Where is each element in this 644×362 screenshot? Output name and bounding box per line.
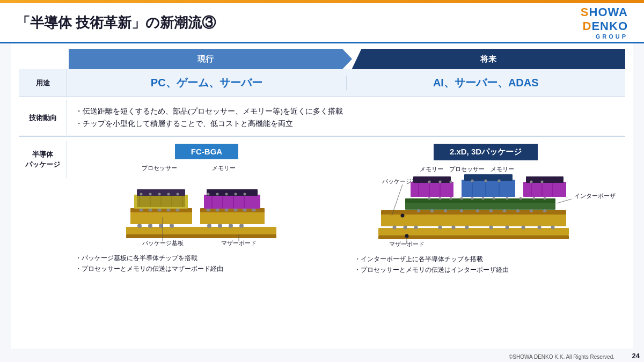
tech-line2: ・チップを小型化して積層することで、低コストと高機能を両立 xyxy=(75,118,617,130)
svg-rect-10 xyxy=(130,211,192,224)
svg-point-5 xyxy=(170,224,174,228)
tech-label: 技術動向 xyxy=(19,100,67,135)
svg-point-113 xyxy=(450,180,452,183)
svg-rect-101 xyxy=(462,180,515,197)
logo-d-accent: D xyxy=(583,19,592,33)
svg-point-8 xyxy=(229,224,233,228)
fcbga-title: FC-BGA xyxy=(175,144,238,159)
svg-rect-106 xyxy=(523,182,566,197)
main-content: 現行 将来 用途 PC、ゲーム、サーバー AI、サーバー、ADAS 技術動向 ・… xyxy=(11,43,633,349)
svg-point-9 xyxy=(239,224,244,228)
xd-title: 2.xD, 3Dパッケージ xyxy=(434,144,538,160)
xd-desc: ・インターポーザ上に各半導体チップを搭載 ・プロセッサーとメモリの伝送はインター… xyxy=(352,254,620,276)
svg-point-112 xyxy=(439,180,442,183)
page-title: 「半導体 技術革新」の新潮流③ xyxy=(16,13,216,32)
svg-point-75 xyxy=(417,209,420,212)
tech-content: ・伝送距離を短くするため、部品(プロセッサー、メモリー等)を近くに多く搭載 ・チ… xyxy=(67,100,625,136)
svg-point-82 xyxy=(516,209,519,212)
svg-point-65 xyxy=(438,225,442,229)
svg-rect-96 xyxy=(411,182,453,197)
svg-point-63 xyxy=(404,225,407,229)
svg-point-70 xyxy=(522,225,525,229)
svg-rect-33 xyxy=(204,195,260,209)
svg-rect-25 xyxy=(200,211,265,224)
logo-denko: DENKO xyxy=(583,19,628,33)
xd-desc-line2: ・プロセッサーとメモリの伝送はインターポーザ経由 xyxy=(354,264,617,275)
usage-label: 用途 xyxy=(19,69,67,97)
xd-desc-line1: ・インターポーザ上に各半導体チップを搭載 xyxy=(354,254,617,264)
svg-point-42 xyxy=(167,193,170,195)
svg-point-89 xyxy=(471,197,474,200)
svg-point-81 xyxy=(503,209,506,212)
svg-point-90 xyxy=(482,197,485,200)
fcbga-label-memory: メモリー xyxy=(212,165,236,171)
svg-point-39 xyxy=(140,193,143,195)
svg-rect-0 xyxy=(126,227,276,234)
svg-point-2 xyxy=(137,224,142,228)
page-number: 24 xyxy=(632,352,640,360)
svg-point-46 xyxy=(225,193,228,195)
arrow-empty-label xyxy=(19,49,67,69)
svg-point-40 xyxy=(149,193,152,195)
svg-point-80 xyxy=(489,209,493,212)
svg-point-116 xyxy=(498,179,501,182)
svg-point-3 xyxy=(148,224,152,228)
svg-point-85 xyxy=(428,197,431,200)
svg-point-91 xyxy=(493,197,495,200)
svg-point-68 xyxy=(489,225,493,229)
svg-text:パッケージ基板: パッケージ基板 xyxy=(142,240,184,246)
svg-rect-38 xyxy=(207,189,258,196)
svg-point-123 xyxy=(405,234,409,238)
footer-copyright: ©SHOWA DENKO K.K. All Rights Reserved. xyxy=(509,354,614,360)
svg-point-66 xyxy=(452,225,456,229)
arrow-future: 将来 xyxy=(352,49,626,69)
svg-point-6 xyxy=(207,224,211,228)
package-row: 半導体パッケージ FC-BGA プロセッサー メモリー xyxy=(19,141,625,278)
svg-point-111 xyxy=(428,180,431,183)
svg-point-93 xyxy=(519,197,522,200)
svg-rect-1 xyxy=(126,234,276,238)
logo: SHOWA DENKO GROUP xyxy=(581,5,628,40)
usage-future: AI、サーバー、ADAS xyxy=(347,76,626,90)
svg-point-122 xyxy=(401,213,405,217)
svg-point-76 xyxy=(430,209,434,212)
fcbga-desc-line2: ・プロセッサーとメモリの伝送はマザーボード経由 xyxy=(75,263,338,274)
svg-point-88 xyxy=(460,197,463,200)
fcbga-label-processor: プロセッサー xyxy=(142,165,177,171)
svg-point-95 xyxy=(544,197,546,200)
svg-point-117 xyxy=(530,180,533,183)
svg-point-43 xyxy=(177,193,179,195)
svg-point-79 xyxy=(476,209,479,212)
arrow-header: 現行 将来 xyxy=(19,49,625,69)
usage-current: PC、ゲーム、サーバー xyxy=(67,76,347,90)
svg-point-92 xyxy=(506,197,509,200)
svg-point-71 xyxy=(538,225,541,229)
tech-row: 技術動向 ・伝送距離を短くするため、部品(プロセッサー、メモリー等)を近くに多く… xyxy=(19,100,625,137)
package-content: FC-BGA プロセッサー メモリー xyxy=(67,141,625,278)
svg-line-120 xyxy=(557,199,572,203)
svg-point-87 xyxy=(450,197,452,200)
svg-point-94 xyxy=(533,197,536,200)
svg-point-72 xyxy=(551,225,555,229)
logo-s-accent: S xyxy=(581,5,589,19)
svg-point-83 xyxy=(530,209,533,212)
svg-point-7 xyxy=(218,224,222,228)
fcbga-desc: ・パッケージ基板に各半導体チップを搭載 ・プロセッサーとメモリの伝送はマザーボー… xyxy=(72,253,341,275)
fcbga-desc-line1: ・パッケージ基板に各半導体チップを搭載 xyxy=(75,253,338,263)
svg-point-84 xyxy=(543,209,546,212)
svg-point-118 xyxy=(541,180,544,183)
svg-point-41 xyxy=(158,193,161,195)
logo-showa: SHOWA xyxy=(581,5,628,19)
svg-point-44 xyxy=(207,193,210,195)
svg-point-67 xyxy=(465,225,469,229)
svg-point-115 xyxy=(485,179,487,182)
svg-rect-61 xyxy=(381,210,566,215)
fcbga-diagram-container: プロセッサー メモリー xyxy=(72,164,341,248)
xd-diagram: メモリー プロセッサー メモリー パッケージ基板 インターポーザ マザーボード xyxy=(370,165,601,249)
fcbga-diagram: プロセッサー メモリー xyxy=(121,164,292,248)
svg-point-86 xyxy=(439,197,442,200)
svg-point-78 xyxy=(460,209,463,212)
fcbga-section: FC-BGA プロセッサー メモリー xyxy=(72,144,341,276)
xd-section: 2.xD, 3Dパッケージ メモリー プロセッサー メモリー パッケージ基板 イ… xyxy=(352,144,620,276)
svg-point-114 xyxy=(471,179,474,182)
